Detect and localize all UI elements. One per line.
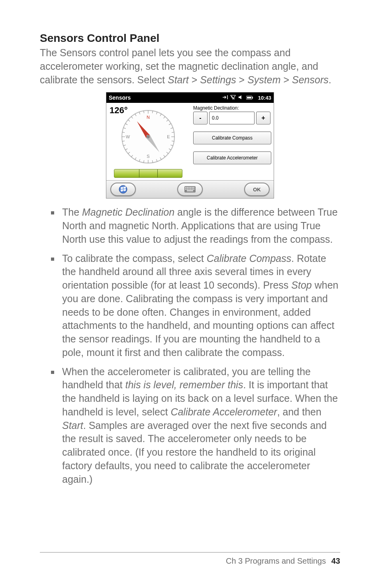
footer-rule [40, 552, 340, 553]
path-settings: Settings [200, 74, 236, 85]
clock: 10:43 [258, 95, 271, 101]
term-this-is-level: this is level, remember this [125, 379, 243, 390]
list-item: When the accelerometer is calibrated, yo… [51, 365, 340, 486]
svg-rect-52 [185, 189, 186, 190]
start-button[interactable] [110, 183, 136, 196]
svg-rect-54 [188, 189, 190, 190]
svg-rect-3 [247, 97, 251, 98]
sep: > [281, 74, 292, 85]
term-calibrate-accelerometer: Calibrate Accelerometer [170, 406, 277, 417]
keyboard-button[interactable] [177, 183, 203, 196]
svg-rect-48 [188, 187, 190, 188]
svg-rect-51 [193, 187, 194, 188]
svg-rect-57 [193, 189, 194, 190]
path-system: System [247, 74, 280, 85]
body-text: when you are done. Calibrating the compa… [62, 279, 338, 358]
device-titlebar: Sensors 10:43 [106, 92, 274, 103]
compass-e: E [167, 134, 170, 139]
compass-s: S [147, 154, 149, 159]
declination-plus-button[interactable]: + [256, 112, 270, 124]
path-start: Start [168, 74, 189, 85]
ok-button[interactable]: OK [244, 183, 270, 196]
sep: > [189, 74, 200, 85]
term-calibrate-compass: Calibrate Compass [207, 253, 292, 264]
calibrate-accelerometer-button[interactable]: Calibrate Accelerometer [193, 151, 271, 164]
declination-value[interactable]: 0.0 [209, 112, 255, 124]
footer-chapter: Ch 3 Programs and Settings [226, 557, 326, 565]
path-sensors: Sensors [292, 74, 329, 85]
svg-rect-50 [192, 187, 193, 188]
intro-paragraph: The Sensors control panel lets you see t… [40, 46, 340, 87]
svg-rect-46 [185, 187, 186, 188]
svg-rect-53 [187, 189, 188, 190]
page-footer: Ch 3 Programs and Settings 43 [40, 552, 340, 566]
svg-rect-49 [190, 187, 191, 188]
compass-dial: N E S W [118, 107, 178, 167]
bubble-level [114, 169, 182, 178]
section-heading: Sensors Control Panel [40, 32, 340, 45]
device-title: Sensors [109, 94, 131, 101]
list-item: The Magnetic Declination angle is the di… [51, 206, 340, 246]
calibrate-compass-button[interactable]: Calibrate Compass [193, 132, 271, 144]
declination-minus-button[interactable]: - [193, 112, 208, 124]
sep: > [236, 74, 248, 85]
term-stop: Stop [291, 279, 311, 291]
term-magnetic-declination: Magnetic Declination [82, 206, 174, 218]
intro-tail: . [329, 74, 331, 85]
compass-w: W [126, 134, 130, 139]
svg-rect-56 [192, 189, 193, 190]
body-text: To calibrate the compass, select [62, 253, 207, 264]
body-text: . Samples are averaged over the next fiv… [62, 420, 327, 485]
svg-rect-55 [190, 189, 191, 190]
volume-icon [238, 95, 244, 101]
device-screenshot: Sensors 10:43 [40, 92, 340, 199]
list-item: To calibrate the compass, select Calibra… [51, 252, 340, 360]
body-text: , and then [277, 406, 321, 417]
compass-n: N [147, 115, 150, 120]
signal-icon [230, 95, 236, 101]
battery-icon [246, 95, 253, 101]
svg-rect-47 [187, 187, 188, 188]
status-icons: 10:43 [222, 95, 271, 101]
footer-page-number: 43 [331, 557, 340, 565]
term-start: Start [62, 420, 83, 431]
connectivity-icon [222, 95, 228, 101]
body-text: The [62, 206, 82, 218]
svg-rect-58 [187, 190, 193, 191]
declination-label: Magnetic Declination: [193, 105, 270, 111]
svg-rect-2 [252, 97, 253, 98]
